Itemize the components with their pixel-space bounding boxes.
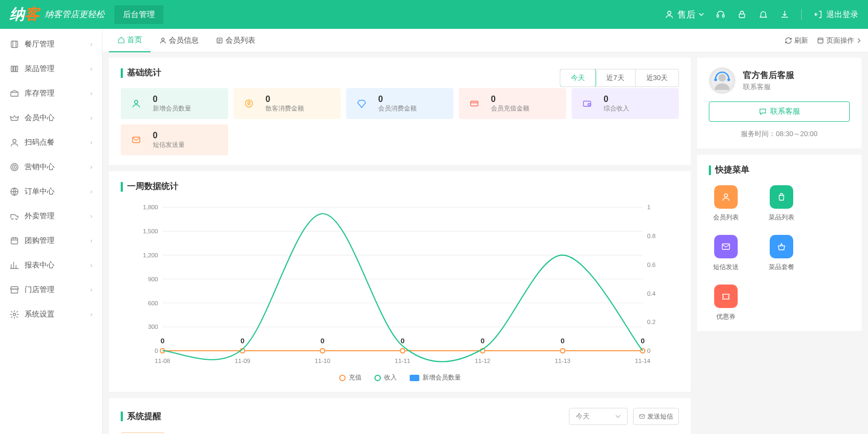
sidebar-item-5[interactable]: 营销中心› <box>0 155 102 179</box>
reminder-title: 系统提醒 <box>121 411 161 422</box>
user-icon <box>127 94 145 113</box>
svg-text:0: 0 <box>320 337 324 345</box>
svg-text:1: 1 <box>647 204 650 210</box>
svg-text:0.2: 0.2 <box>647 319 655 325</box>
refresh-button[interactable]: 刷新 <box>785 36 808 45</box>
svg-text:11-08: 11-08 <box>155 358 170 364</box>
page-ops-button[interactable]: 页面操作 <box>817 36 862 45</box>
chart-title: 一周数据统计 <box>121 181 679 192</box>
stat-label: 新增会员数量 <box>153 104 191 113</box>
support-title: 官方售后客服 <box>743 70 794 81</box>
quick-menu-panel: 快捷菜单 会员列表菜品列表短信发送菜品套餐优惠券 <box>697 155 862 331</box>
quick-label: 优惠券 <box>716 312 736 321</box>
refresh-icon <box>785 37 792 44</box>
target-icon <box>10 162 19 172</box>
tab-0[interactable]: 首页 <box>109 29 151 52</box>
sidebar-item-label: 订单中心 <box>25 187 90 196</box>
support-panel: 官方售后客服 联系客服 联系客服 服务时间：08:30～20:00 <box>697 58 862 148</box>
svg-text:0: 0 <box>481 337 484 345</box>
sidebar-item-label: 营销中心 <box>25 162 90 172</box>
sidebar-item-3[interactable]: 会员中心› <box>0 106 102 130</box>
download-icon[interactable] <box>780 10 789 19</box>
mail-icon <box>714 235 738 258</box>
stat-value: 0 <box>153 94 191 104</box>
sidebar-item-label: 扫码点餐 <box>25 138 90 147</box>
chart-legend: 充值 收入 新增会员数量 <box>121 373 679 382</box>
svg-text:11-09: 11-09 <box>234 358 250 364</box>
tab-1[interactable]: 会员信息 <box>151 29 207 52</box>
headset-icon[interactable] <box>716 10 725 19</box>
sidebar-item-2[interactable]: 库存管理› <box>0 81 102 106</box>
legend-income[interactable]: 收入 <box>374 373 397 382</box>
sidebar-item-0[interactable]: 餐厅管理› <box>0 32 102 57</box>
divider <box>801 9 802 20</box>
page-ops-icon <box>817 37 824 44</box>
svg-text:0: 0 <box>647 348 650 354</box>
svg-rect-2 <box>723 15 724 18</box>
svg-text:0.8: 0.8 <box>647 233 655 239</box>
stat-card-5: 0短信发送量 <box>121 124 228 155</box>
support-avatar <box>709 67 736 94</box>
chevron-right-icon: › <box>90 41 92 48</box>
reminder-range-select[interactable]: 今天 <box>569 408 628 425</box>
stat-card-2: 0会员消费金额 <box>346 88 453 119</box>
user-menu[interactable]: 售后 <box>664 9 704 21</box>
sidebar-item-10[interactable]: 门店管理› <box>0 278 102 302</box>
chevron-right-icon: › <box>90 237 92 244</box>
svg-text:0: 0 <box>160 337 164 345</box>
sidebar-item-6[interactable]: 订单中心› <box>0 179 102 204</box>
send-sms-button[interactable]: 发送短信 <box>633 408 679 425</box>
stat-value: 0 <box>604 94 629 104</box>
range-tab-2[interactable]: 近30天 <box>636 69 678 86</box>
sidebar-item-1[interactable]: 菜品管理› <box>0 57 102 81</box>
quick-item-4[interactable]: 优惠券 <box>709 285 743 321</box>
sidebar-item-4[interactable]: 扫码点餐› <box>0 130 102 155</box>
svg-point-8 <box>13 139 16 143</box>
quick-item-2[interactable]: 短信发送 <box>709 235 743 272</box>
chevron-right-icon: › <box>90 212 92 220</box>
header-right: 售后 退出登录 <box>664 9 858 21</box>
svg-text:11-11: 11-11 <box>395 358 410 364</box>
quick-item-0[interactable]: 会员列表 <box>709 185 743 222</box>
stat-label: 散客消费金额 <box>265 104 304 113</box>
sidebar-item-7[interactable]: 外卖管理› <box>0 204 102 228</box>
range-tab-0[interactable]: 今天 <box>560 69 596 87</box>
chevron-right-icon: › <box>90 262 92 269</box>
contact-support-button[interactable]: 联系客服 <box>709 101 850 122</box>
tab-label: 首页 <box>127 35 142 45</box>
lock-icon[interactable] <box>737 10 747 19</box>
diamond-icon <box>353 94 371 113</box>
weekly-chart: 03006009001,2001,5001,80000.20.40.60.811… <box>121 202 679 367</box>
restaurant-icon <box>10 40 19 49</box>
logout-button[interactable]: 退出登录 <box>814 10 858 20</box>
logout-icon <box>814 10 823 19</box>
range-tab-1[interactable]: 近7天 <box>596 69 635 86</box>
bell-icon[interactable] <box>758 10 768 19</box>
sidebar-item-8[interactable]: 团购管理› <box>0 228 102 253</box>
chevron-right-icon: › <box>90 65 92 73</box>
sidebar-item-9[interactable]: 报表中心› <box>0 253 102 278</box>
chevron-right-icon <box>856 38 862 43</box>
chevron-down-icon <box>699 12 704 17</box>
stats-title: 基础统计 <box>121 67 161 78</box>
support-subtitle: 联系客服 <box>743 82 794 92</box>
wallet-icon <box>578 94 596 113</box>
svg-rect-7 <box>16 66 18 72</box>
stat-label: 会员消费金额 <box>378 104 417 113</box>
quick-label: 菜品套餐 <box>769 263 794 272</box>
sidebar-item-11[interactable]: 系统设置› <box>0 302 102 327</box>
svg-point-52 <box>320 349 325 353</box>
svg-text:0: 0 <box>561 337 565 345</box>
basket-icon <box>770 235 793 258</box>
legend-recharge[interactable]: 充值 <box>339 373 362 382</box>
stat-label: 会员充值金额 <box>491 104 529 113</box>
chevron-down-icon <box>615 414 621 419</box>
svg-text:300: 300 <box>148 323 158 330</box>
quick-item-1[interactable]: 菜品列表 <box>764 185 799 222</box>
backend-manage-button[interactable]: 后台管理 <box>114 5 163 24</box>
legend-new-members[interactable]: 新增会员数量 <box>410 373 461 382</box>
globe-icon <box>10 187 19 196</box>
quick-item-3[interactable]: 菜品套餐 <box>764 235 799 272</box>
tab-2[interactable]: 会员列表 <box>207 29 264 52</box>
sidebar-item-label: 报表中心 <box>25 261 90 270</box>
